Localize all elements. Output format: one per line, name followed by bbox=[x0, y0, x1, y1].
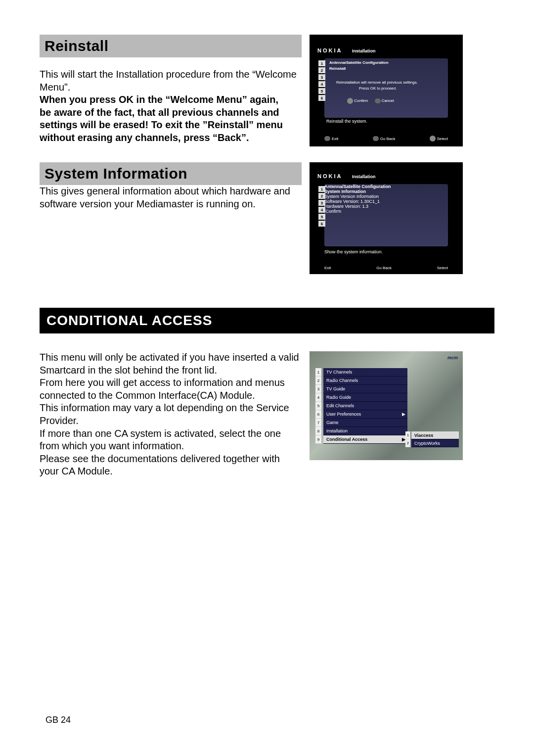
shot2-numcol: 1 2 3 4 5 6 bbox=[318, 186, 325, 228]
shot1-brand: NOKIA bbox=[317, 47, 342, 53]
shot3-brand: mcm bbox=[447, 355, 458, 360]
sysinfo-heading: System Information bbox=[40, 162, 302, 185]
shot1-numcol: 1 2 3 4 5 6 bbox=[318, 60, 325, 102]
page-footer: GB 24 bbox=[45, 715, 71, 725]
reinstall-p2: When you press OK in the “Welcome Menu” … bbox=[40, 94, 302, 106]
sysinfo-screenshot: NOKIA Installation 1 2 3 4 5 6 Antenna/S… bbox=[310, 162, 463, 274]
shot2-line2: Software Version: 1.30C1_1 bbox=[324, 199, 448, 204]
shot2-btnrow: Exit Go Back Select bbox=[324, 266, 448, 270]
shot1-btns: Confirm Cancel bbox=[347, 98, 394, 104]
shot2-confirm: Confirm bbox=[324, 209, 448, 214]
menu-item: User Preferences▶ bbox=[323, 410, 407, 419]
menu-item: Installation bbox=[323, 427, 407, 435]
sysinfo-p1: This gives general information about whi… bbox=[40, 185, 302, 210]
shot2-brand: NOKIA bbox=[317, 173, 342, 179]
shot1-highlight: Reinstall bbox=[329, 66, 346, 71]
manual-page: Reinstall This will start the Installati… bbox=[0, 0, 534, 756]
condaccess-p2: From here you will get access to informa… bbox=[40, 377, 302, 402]
condaccess-heading: CONDITIONAL ACCESS bbox=[40, 308, 494, 333]
shot1-panel-title: Antenna/Satellite Configuration bbox=[329, 60, 389, 65]
menu-item: Edit Channels bbox=[323, 402, 407, 410]
shot2-line3: Hardware Version: 1.3 bbox=[324, 204, 448, 209]
shot1-msg1: Reinstallation will remove all previous … bbox=[336, 80, 418, 85]
shot2-line1: System Version Information bbox=[324, 194, 448, 199]
submenu-item: CryptoWorks bbox=[411, 439, 459, 447]
condaccess-body: This menu will only be activated if you … bbox=[40, 351, 302, 478]
condaccess-section: This menu will only be activated if you … bbox=[40, 351, 494, 478]
condaccess-screenshot: mcm 1 2 3 4 5 6 7 8 9 TV Channels Radio … bbox=[310, 351, 463, 460]
shot1-btnrow: Exit Go Back Select bbox=[324, 136, 448, 142]
sysinfo-body: This gives general information about whi… bbox=[40, 185, 302, 210]
menu-item: TV Guide bbox=[323, 385, 407, 393]
condaccess-p5: Please see the documentations delivered … bbox=[40, 453, 302, 478]
shot2-prompt: Show the system information. bbox=[324, 249, 383, 254]
sysinfo-section: System Information This gives general in… bbox=[40, 162, 494, 274]
reinstall-heading: Reinstall bbox=[40, 35, 302, 57]
menu-item: Radio Channels bbox=[323, 377, 407, 385]
reinstall-section: Reinstall This will start the Installati… bbox=[40, 35, 494, 146]
chevron-right-icon: ▶ bbox=[402, 437, 405, 442]
shot3-menu: TV Channels Radio Channels TV Guide Radi… bbox=[323, 368, 407, 444]
chevron-right-icon: ▶ bbox=[402, 412, 405, 417]
menu-item: Radio Guide bbox=[323, 393, 407, 402]
shot3-subidx: 1 2 bbox=[405, 431, 410, 447]
reinstall-p1: This will start the Installation procedu… bbox=[40, 68, 302, 94]
submenu-item: Viaccess bbox=[411, 431, 459, 439]
reinstall-screenshot: NOKIA Installation 1 2 3 4 5 6 Antenna/S… bbox=[310, 35, 463, 146]
shot2-header: Installation bbox=[352, 174, 376, 179]
condaccess-p3: This information may vary a lot dependin… bbox=[40, 402, 302, 427]
shot1-msg2: Press OK to proceed. bbox=[359, 86, 397, 91]
shot3-idx: 1 2 3 4 5 6 7 8 9 bbox=[315, 368, 321, 444]
shot2-panel-title: Antenna/Satellite Configuration bbox=[324, 184, 448, 189]
condaccess-p1: This menu will only be activated if you … bbox=[40, 351, 302, 377]
shot1-header: Installation bbox=[352, 48, 376, 53]
shot1-panel: 1 2 3 4 5 6 Antenna/Satellite Configurat… bbox=[324, 58, 448, 118]
menu-item: TV Channels bbox=[323, 368, 407, 377]
menu-item-selected: Conditional Access▶ bbox=[323, 435, 407, 444]
shot1-prompt: Reinstall the system. bbox=[326, 119, 367, 124]
shot2-panel: 1 2 3 4 5 6 Antenna/Satellite Configurat… bbox=[324, 184, 448, 246]
reinstall-p3: be aware of the fact, that all previous … bbox=[40, 106, 302, 144]
condaccess-p4: If more than one CA system is activated,… bbox=[40, 427, 302, 453]
menu-item: Game bbox=[323, 419, 407, 427]
shot2-highlight: System Information bbox=[324, 189, 448, 194]
reinstall-body: This will start the Installation procedu… bbox=[40, 68, 302, 144]
shot3-submenu: Viaccess CryptoWorks bbox=[411, 431, 459, 447]
